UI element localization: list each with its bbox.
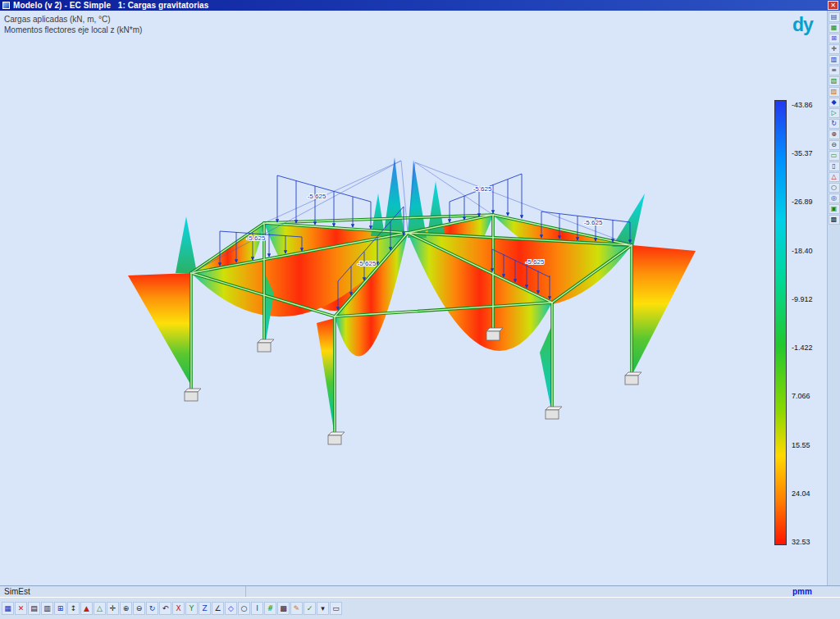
model-3d-view: -5.625 -5.625 -5.625 -5.625 -5.625 -5.62… — [0, 11, 827, 585]
moment-diagrams — [128, 157, 696, 436]
color-scale-legend: -43.86 -35.37 -26.89 -18.40 -9.912 -1.42… — [774, 97, 825, 553]
status-bar: SimEst pmm — [0, 585, 840, 597]
legend-value: 24.04 — [792, 489, 810, 498]
model-canvas[interactable]: Cargas aplicadas (kN, m, °C) Momentos fl… — [0, 11, 827, 585]
legend-value: -26.89 — [792, 198, 813, 206]
app-icon — [2, 2, 10, 9]
right-toolbar-zoom-out-button[interactable]: ⊖ — [829, 140, 840, 150]
bottom-toolbar-tables-button[interactable]: ▦ — [2, 602, 14, 615]
right-toolbar-grid-button[interactable]: ▦ — [829, 23, 840, 33]
right-toolbar-circle-button[interactable]: ○ — [829, 183, 840, 193]
close-button[interactable]: ✕ — [828, 1, 838, 10]
bottom-toolbar-view-x-button[interactable]: X — [172, 602, 185, 615]
bottom-toolbar-results-down-button[interactable]: △ — [94, 602, 106, 615]
load-value-label: -5.625 — [584, 219, 603, 226]
right-toolbar-box-button[interactable]: ▭ — [829, 151, 840, 161]
bottom-toolbar-previous-view-button[interactable]: ↶ — [159, 602, 171, 615]
bottom-toolbar-insert-text-button[interactable]: I — [251, 602, 263, 615]
bottom-toolbar-numbering-button[interactable]: # — [264, 602, 276, 615]
status-units-indicator: pmm — [792, 586, 840, 597]
legend-value: -43.86 — [792, 101, 813, 109]
bottom-toolbar-edit-button[interactable]: ✎ — [290, 602, 303, 615]
bottom-toolbar-move-view-button[interactable]: ✛ — [107, 602, 119, 615]
right-toolbar-move-button[interactable]: ✛ — [829, 44, 840, 54]
status-model-name: SimEst — [0, 586, 246, 597]
bottom-toolbar-delete-button[interactable]: ✕ — [15, 602, 27, 615]
right-toolbar-triangle-button[interactable]: △ — [829, 172, 840, 182]
legend-value: 15.55 — [792, 441, 810, 449]
right-toolbar-filled-box-button[interactable]: ▣ — [829, 204, 840, 214]
legend-value: 32.53 — [792, 538, 810, 546]
bottom-toolbar-table-grid-button[interactable]: ▤ — [28, 602, 40, 615]
right-toolbar: ▤ ▦ ⊞ ✛ ▥ ≡ ▧ ▨ ◆ ▷ ↻ ⊕ ⊖ ▭ ▯ △ ○ ◎ ▣ ▩ — [827, 11, 840, 585]
bottom-toolbar-zoom-window-button[interactable]: ⊞ — [54, 602, 66, 615]
bottom-toolbar-confirm-button[interactable]: ✓ — [304, 602, 316, 615]
load-value-label: -5.625 — [247, 234, 266, 242]
footing — [185, 389, 201, 401]
load-value-label: -5.625 — [473, 185, 492, 193]
bottom-toolbar-results-up-button[interactable]: ▲ — [80, 602, 93, 615]
bottom-toolbar-isometric-button[interactable]: ◇ — [225, 602, 237, 615]
bottom-toolbar-render-button[interactable]: ▩ — [277, 602, 290, 615]
legend-value: -18.40 — [792, 247, 813, 255]
bottom-toolbar-pan-button[interactable]: ↕ — [67, 602, 80, 615]
title-bar[interactable]: Modelo (v 2) - EC Simple 1: Cargas gravi… — [0, 0, 840, 11]
right-toolbar-column-button[interactable]: ▯ — [829, 162, 840, 171]
right-toolbar-target-button[interactable]: ◎ — [829, 193, 840, 203]
right-toolbar-zoom-in-button[interactable]: ⊕ — [829, 130, 840, 139]
right-toolbar-new-window-button[interactable]: ⊞ — [829, 34, 840, 43]
footing — [546, 407, 562, 419]
bottom-toolbar-zoom-out-button[interactable]: ⊖ — [133, 602, 145, 615]
footing — [625, 372, 641, 385]
bottom-toolbar-view-z-button[interactable]: Z — [199, 602, 211, 615]
footing — [328, 432, 345, 444]
status-filler — [246, 586, 792, 597]
app-window: Modelo (v 2) - EC Simple 1: Cargas gravi… — [0, 0, 840, 619]
right-toolbar-panels-button[interactable]: ▤ — [829, 12, 840, 22]
footing — [258, 339, 274, 352]
load-value-label: -5.625 — [358, 260, 377, 267]
bottom-toolbar-zoom-in-button[interactable]: ⊕ — [120, 602, 132, 615]
legend-value: -9.912 — [792, 295, 813, 303]
right-toolbar-play-button[interactable]: ▷ — [829, 108, 840, 118]
right-toolbar-list-button[interactable]: ≡ — [829, 66, 840, 75]
bottom-toolbar: ▦ ✕ ▤ ▥ ⊞ ↕ ▲ △ ✛ ⊕ ⊖ ↻ ↶ X Y Z ∠ ◇ ○ I … — [0, 597, 840, 619]
footings — [185, 328, 641, 444]
bottom-toolbar-rotate-view-button[interactable]: ↻ — [146, 602, 158, 615]
load-value-label: -5.625 — [308, 193, 326, 200]
bottom-toolbar-minimize-button[interactable]: ▭ — [330, 602, 342, 615]
legend-value: -1.422 — [792, 344, 813, 352]
legend-value: 7.066 — [792, 392, 810, 400]
bottom-toolbar-angle-view-button[interactable]: ∠ — [212, 602, 224, 615]
bottom-toolbar-more-dropdown[interactable]: ▾ — [317, 602, 329, 615]
right-toolbar-table-button[interactable]: ▥ — [829, 55, 840, 65]
bottom-toolbar-wireframe-button[interactable]: ○ — [238, 602, 250, 615]
legend-gradient-bar — [774, 100, 787, 545]
right-toolbar-hatch-a-button[interactable]: ▧ — [829, 76, 840, 86]
right-toolbar-hatch-b-button[interactable]: ▨ — [829, 87, 840, 97]
load-value-label: -5.625 — [526, 258, 545, 266]
bottom-toolbar-view-y-button[interactable]: Y — [185, 602, 198, 615]
right-toolbar-rotate-button[interactable]: ↻ — [829, 119, 840, 129]
legend-value: -35.37 — [792, 149, 813, 157]
window-title: Modelo (v 2) - EC Simple 1: Cargas gravi… — [13, 0, 208, 11]
right-toolbar-pattern-button[interactable]: ▩ — [829, 215, 840, 225]
bottom-toolbar-table-rows-button[interactable]: ▥ — [41, 602, 53, 615]
right-toolbar-diamond-button[interactable]: ◆ — [829, 98, 840, 107]
